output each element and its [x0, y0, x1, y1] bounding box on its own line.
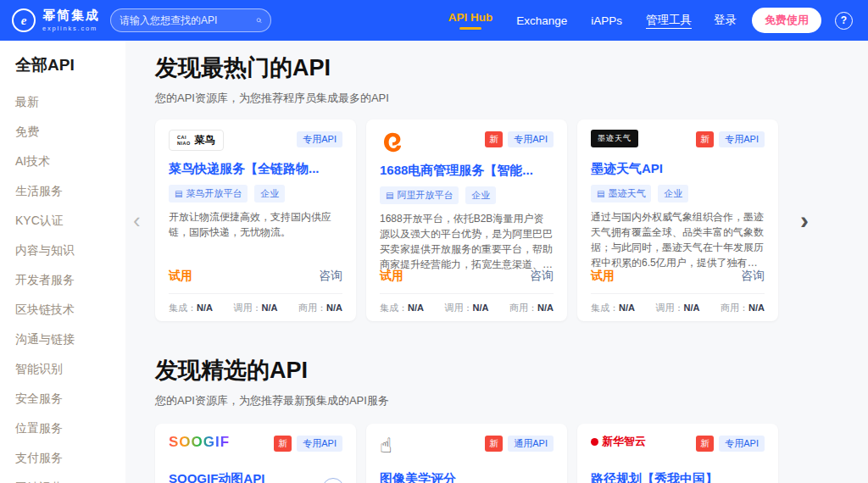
- sidebar-item-life[interactable]: 生活服务: [15, 184, 125, 199]
- platform-icon: ▤: [386, 191, 393, 200]
- api-type-badge: 专用API: [297, 131, 342, 147]
- sidebar-item-security[interactable]: 安全服务: [15, 391, 125, 407]
- api-type-badge: 专用API: [719, 436, 765, 452]
- stat-invocation: 调用：N/A: [445, 302, 489, 314]
- card-stats: 集成：N/A 调用：N/A 商用：N/A: [591, 293, 765, 314]
- card-stats: 集成：N/A 调用：N/A 商用：N/A: [380, 293, 554, 314]
- new-badge: 新: [696, 436, 714, 452]
- free-trial-button[interactable]: 免费使用: [752, 8, 821, 33]
- new-badge: 新: [274, 436, 292, 452]
- api-type-badge: 专用API: [508, 131, 554, 147]
- consult-button[interactable]: 咨询: [530, 269, 554, 284]
- main-content: 发现最热门的API 您的API资源库，为您推荐程序员集成最多的API ‹ › C…: [125, 0, 868, 483]
- sidebar-item-communication[interactable]: 沟通与链接: [15, 332, 125, 347]
- search-input[interactable]: [120, 14, 251, 26]
- sidebar-item-blockchain[interactable]: 区块链技术: [15, 303, 125, 318]
- nav-exchange[interactable]: Exchange: [516, 14, 567, 27]
- stat-invocation: 调用：N/A: [234, 302, 278, 314]
- stat-integration: 集成：N/A: [380, 302, 424, 314]
- api-description: 通过与国内外权威气象组织合作，墨迹天气拥有覆盖全球、品类丰富的气象数据；与此同时…: [591, 209, 765, 270]
- sidebar-item-location[interactable]: 位置服务: [15, 421, 125, 436]
- sidebar-item-latest[interactable]: 最新: [15, 95, 125, 110]
- featured-card-row: SOOGIF 新 专用API SOOGIF动图API ⋯ ☝ 新 通用API: [155, 424, 778, 483]
- soogif-logo: SOOGIF: [169, 434, 230, 451]
- api-title-link[interactable]: 路径规划【秀我中国】: [591, 471, 765, 483]
- api-card-moji-weather[interactable]: 墨迹天气 新 专用API 墨迹天气API ▤墨迹天气 企业 通过与国内外权威气象…: [577, 119, 778, 321]
- xinhua-logo-icon: [591, 438, 598, 446]
- try-button[interactable]: 试用: [380, 269, 403, 284]
- new-badge: 新: [485, 436, 503, 452]
- api-card-soogif[interactable]: SOOGIF 新 专用API SOOGIF动图API ⋯: [155, 424, 356, 483]
- sidebar-item-payment[interactable]: 支付服务: [15, 451, 125, 466]
- platform-tag[interactable]: ▤阿里开放平台: [380, 186, 459, 204]
- nav-api-hub[interactable]: API Hub: [448, 11, 493, 30]
- stat-commercial: 商用：N/A: [721, 302, 765, 314]
- sidebar-item-content[interactable]: 内容与知识: [15, 243, 125, 258]
- new-badge: 新: [696, 131, 714, 147]
- alibaba-1688-logo-icon: [380, 130, 405, 155]
- new-badge: 新: [485, 131, 503, 147]
- logo-glyph: e: [21, 14, 27, 28]
- api-card-image-aesthetics[interactable]: ☝ 新 通用API 图像美学评分: [366, 424, 567, 483]
- category-list: 最新 免费 AI技术 生活服务 KYC认证 内容与知识 开发者服务 区块链技术 …: [15, 95, 125, 483]
- api-title-link[interactable]: 菜鸟快递服务【全链路物...: [169, 161, 342, 177]
- carousel-prev-button[interactable]: ‹: [133, 209, 141, 231]
- api-type-badge: 专用API: [297, 436, 342, 452]
- api-card-cainiao[interactable]: CAI NIAO 菜鸟 专用API 菜鸟快递服务【全链路物... ▤菜鸟开放平台…: [155, 119, 356, 321]
- try-button[interactable]: 试用: [591, 269, 615, 284]
- api-title-link[interactable]: 1688电商管理服务【智能...: [380, 163, 554, 179]
- hot-section-subtitle: 您的API资源库，为您推荐程序员集成最多的API: [155, 91, 868, 106]
- api-title-link[interactable]: 墨迹天气API: [591, 161, 765, 177]
- cainiao-logo-cn: 菜鸟: [195, 133, 215, 147]
- api-title-link[interactable]: SOOGIF动图API: [169, 471, 342, 483]
- api-search-box[interactable]: [110, 8, 271, 32]
- featured-section-title: 发现精选的API: [155, 355, 868, 386]
- api-title-link[interactable]: 图像美学评分: [380, 471, 554, 483]
- sidebar-item-ai[interactable]: AI技术: [15, 154, 125, 169]
- category-sidebar: 全部API 最新 免费 AI技术 生活服务 KYC认证 内容与知识 开发者服务 …: [0, 41, 125, 483]
- api-description: 开放让物流便捷高效，支持国内供应链，国际快递，无忧物流。: [169, 209, 342, 270]
- sidebar-item-free[interactable]: 免费: [15, 125, 125, 140]
- sidebar-item-developer[interactable]: 开发者服务: [15, 273, 125, 288]
- platform-tag[interactable]: ▤菜鸟开放平台: [169, 185, 248, 203]
- stat-integration: 集成：N/A: [591, 302, 635, 314]
- carousel-next-button[interactable]: ›: [800, 208, 809, 233]
- sidebar-item-kyc[interactable]: KYC认证: [15, 214, 125, 229]
- sidebar-item-recognition[interactable]: 智能识别: [15, 362, 125, 377]
- stat-commercial: 商用：N/A: [298, 302, 342, 314]
- platform-icon: ▤: [597, 189, 604, 198]
- moji-weather-logo: 墨迹天气: [591, 130, 638, 147]
- platform-icon: ▤: [175, 189, 182, 198]
- enterprise-tag[interactable]: 企业: [658, 185, 688, 203]
- platform-tag[interactable]: ▤墨迹天气: [591, 185, 651, 203]
- api-description: 1688开放平台，依托B2B海量用户资源以及强大的平台优势，是为阿里巴巴买卖家提…: [380, 211, 554, 272]
- brand-name: 幂简集成: [42, 8, 100, 23]
- stat-commercial: 商用：N/A: [509, 302, 554, 314]
- brand-domain: explinks.com: [42, 25, 100, 32]
- platform-tag-label: 阿里开放平台: [397, 189, 453, 202]
- try-button[interactable]: 试用: [169, 269, 192, 284]
- featured-section-subtitle: 您的API资源库，为您推荐最新预集成的API服务: [155, 393, 868, 408]
- enterprise-tag[interactable]: 企业: [465, 186, 496, 204]
- search-icon[interactable]: [256, 14, 262, 26]
- thumbs-up-logo-icon: ☝: [380, 434, 392, 458]
- main-nav: API Hub Exchange iAPPs 管理工具: [448, 11, 692, 30]
- nav-iapps[interactable]: iAPPs: [591, 14, 622, 27]
- consult-button[interactable]: 咨询: [319, 269, 342, 284]
- login-link[interactable]: 登录: [714, 13, 737, 28]
- consult-button[interactable]: 咨询: [741, 269, 765, 284]
- brand-logo[interactable]: e 幂简集成 explinks.com: [12, 8, 100, 32]
- help-icon[interactable]: ?: [835, 12, 853, 30]
- hot-section-title: 发现最热门的API: [155, 53, 868, 83]
- hot-api-section: 发现最热门的API 您的API资源库，为您推荐程序员集成最多的API ‹ › C…: [155, 53, 868, 321]
- featured-api-section: 发现精选的API 您的API资源库，为您推荐最新预集成的API服务 SOOGIF…: [155, 355, 868, 483]
- cainiao-logo-en: CAI NIAO: [177, 135, 191, 146]
- explinks-logo-icon: e: [12, 8, 36, 32]
- api-type-badge: 专用API: [719, 131, 765, 147]
- stat-invocation: 调用：N/A: [656, 302, 700, 314]
- nav-admin-tools[interactable]: 管理工具: [646, 13, 692, 28]
- api-card-route-planning[interactable]: 新华智云 新 专用API 路径规划【秀我中国】: [577, 424, 778, 483]
- stat-integration: 集成：N/A: [169, 302, 213, 314]
- api-card-1688[interactable]: 新 专用API 1688电商管理服务【智能... ▤阿里开放平台 企业 1688…: [366, 119, 567, 321]
- enterprise-tag[interactable]: 企业: [254, 185, 285, 203]
